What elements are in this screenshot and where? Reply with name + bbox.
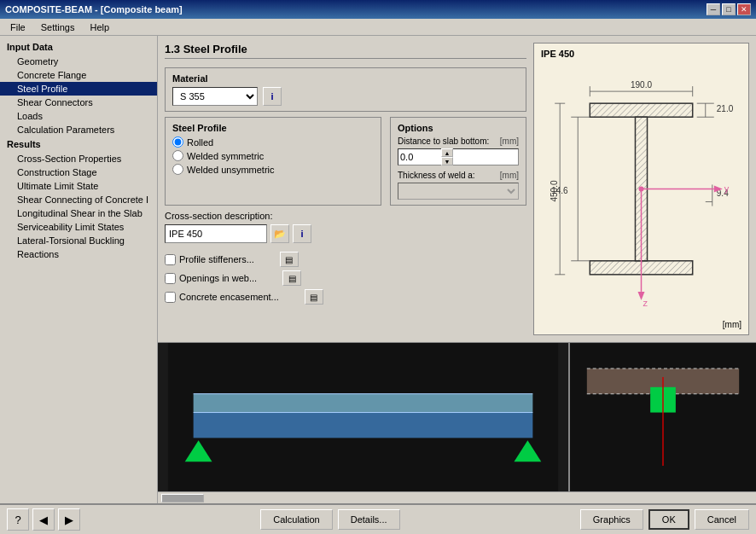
diagram-area: IPE 450 [mm]	[533, 43, 749, 335]
welded-unsym-radio-row: Welded unsymmetric	[172, 164, 374, 175]
input-data-section: Input Data	[0, 39, 157, 55]
cs-browse-button[interactable]: 📂	[270, 224, 289, 243]
welded-sym-label: Welded symmetric	[187, 151, 264, 161]
form-columns: Steel Profile Rolled Welded symmetric	[165, 117, 526, 206]
cross-view	[568, 343, 756, 491]
svg-text:21.0: 21.0	[717, 104, 734, 113]
distance-input[interactable]	[398, 152, 441, 162]
sidebar-item-cross-section[interactable]: Cross-Section Properties	[0, 152, 157, 165]
sidebar-item-loads[interactable]: Loads	[0, 109, 157, 123]
window-controls: ─ □ ✕	[707, 3, 751, 15]
ipe-diagram: 190.0 21.0 14.6	[534, 61, 748, 317]
right-panel: 1.3 Steel Profile Material S 355 i	[158, 36, 756, 503]
footer: ? ◀ ▶ Calculation Details... Graphics OK…	[0, 503, 756, 534]
material-select[interactable]: S 355	[172, 87, 258, 106]
sidebar-item-shear-connecting[interactable]: Shear Connecting of Concrete I	[0, 193, 157, 206]
forward-icon-button[interactable]: ▶	[58, 508, 80, 531]
concrete-encasement-btn[interactable]: ▤	[305, 289, 323, 305]
main-container: Input Data Geometry Concrete Flange Stee…	[0, 36, 756, 534]
distance-field: Distance to slab bottom: [mm] ▲ ▼	[398, 136, 519, 165]
sidebar-item-ultimate[interactable]: Ultimate Limit State	[0, 179, 157, 193]
sidebar-item-lateral[interactable]: Lateral-Torsional Buckling	[0, 234, 157, 247]
cs-info-button[interactable]: i	[293, 224, 311, 243]
form-area: 1.3 Steel Profile Material S 355 i	[158, 36, 533, 342]
thickness-field: Thickness of weld a: [mm]	[398, 171, 519, 200]
cs-description-input[interactable]	[165, 224, 267, 243]
maximize-button[interactable]: □	[722, 3, 736, 15]
distance-spin: ▲ ▼	[398, 148, 519, 165]
welded-sym-radio[interactable]	[172, 150, 183, 161]
top-panel: 1.3 Steel Profile Material S 355 i	[158, 36, 756, 342]
close-button[interactable]: ✕	[737, 3, 751, 15]
sidebar-item-geometry[interactable]: Geometry	[0, 55, 157, 68]
openings-label: Openings in web...	[179, 273, 257, 283]
sidebar-item-shear-connectors[interactable]: Shear Connectors	[0, 96, 157, 109]
options-box-title: Options	[398, 123, 519, 133]
profile-stiffeners-checkbox[interactable]	[165, 254, 176, 265]
svg-text:y: y	[724, 183, 730, 194]
menu-help[interactable]: Help	[83, 20, 116, 34]
rolled-label: Rolled	[187, 137, 213, 148]
scrollbar-thumb[interactable]	[161, 494, 204, 502]
diagram-title: IPE 450	[541, 49, 574, 59]
cancel-button[interactable]: Cancel	[695, 509, 749, 530]
calculation-button[interactable]: Calculation	[260, 509, 332, 530]
distance-unit: [mm]	[500, 136, 519, 146]
material-info-button[interactable]: i	[263, 87, 282, 106]
material-label: Material	[172, 73, 519, 84]
title-bar: COMPOSITE-BEAM - [Composite beam] ─ □ ✕	[0, 0, 756, 19]
openings-row: Openings in web... ▤	[165, 270, 526, 286]
cs-description-row: 📂 i	[165, 224, 526, 243]
footer-right: Graphics OK Cancel	[580, 509, 749, 530]
sidebar-item-calc-params[interactable]: Calculation Parameters	[0, 123, 157, 136]
sidebar-item-longitudinal[interactable]: Longitudinal Shear in the Slab	[0, 206, 157, 220]
distance-down-button[interactable]: ▼	[441, 157, 453, 165]
results-section: Results	[0, 136, 157, 152]
profile-stiffeners-label: Profile stiffeners...	[179, 254, 254, 264]
cs-description-section: Cross-section description: 📂 i	[165, 211, 526, 243]
help-icon-button[interactable]: ?	[7, 508, 29, 531]
menu-settings[interactable]: Settings	[34, 20, 82, 34]
window-title: COMPOSITE-BEAM - [Composite beam]	[5, 4, 183, 15]
openings-left: Openings in web...	[165, 273, 257, 284]
concrete-encasement-label: Concrete encasement...	[179, 292, 279, 302]
thickness-select	[398, 183, 519, 200]
rolled-radio[interactable]	[172, 136, 183, 148]
checkbox-section: Profile stiffeners... ▤ Openings in web.…	[165, 252, 526, 305]
cross-section-svg	[570, 343, 756, 491]
footer-center: Calculation Details...	[85, 509, 575, 530]
ok-button[interactable]: OK	[648, 509, 689, 530]
sidebar-item-construction[interactable]: Construction Stage	[0, 165, 157, 179]
back-icon-button[interactable]: ◀	[32, 508, 55, 531]
mm-label: [mm]	[723, 320, 741, 329]
sidebar-item-serviceability[interactable]: Serviceability Limit States	[0, 220, 157, 234]
footer-left: ? ◀ ▶	[7, 508, 80, 531]
svg-rect-33	[194, 413, 533, 438]
sidebar-item-reactions[interactable]: Reactions	[0, 247, 157, 261]
openings-btn[interactable]: ▤	[282, 270, 301, 286]
rolled-radio-row: Rolled	[172, 136, 374, 148]
cs-description-label: Cross-section description:	[165, 211, 526, 221]
bottom-panels	[158, 342, 756, 491]
sidebar-item-concrete-flange[interactable]: Concrete Flange	[0, 68, 157, 82]
profile-stiffeners-row: Profile stiffeners... ▤	[165, 252, 526, 267]
beam-elevation-svg	[158, 343, 568, 491]
scrollbar[interactable]	[158, 491, 756, 503]
profile-stiffeners-left: Profile stiffeners...	[165, 254, 254, 265]
content-area: Input Data Geometry Concrete Flange Stee…	[0, 36, 756, 503]
svg-rect-1	[590, 103, 692, 117]
minimize-button[interactable]: ─	[707, 3, 720, 15]
panel-title: 1.3 Steel Profile	[165, 43, 526, 59]
profile-stiffeners-btn[interactable]: ▤	[280, 252, 299, 267]
welded-unsym-radio[interactable]	[172, 164, 183, 175]
concrete-encasement-checkbox[interactable]	[165, 292, 176, 303]
details-button[interactable]: Details...	[338, 509, 400, 530]
menu-file[interactable]: File	[3, 20, 32, 34]
svg-text:190.0: 190.0	[631, 80, 652, 90]
sidebar-item-steel-profile[interactable]: Steel Profile	[0, 82, 157, 96]
openings-checkbox[interactable]	[165, 273, 176, 284]
thickness-label: Thickness of weld a:	[398, 171, 475, 180]
distance-up-button[interactable]: ▲	[441, 148, 453, 157]
svg-point-30	[638, 186, 643, 191]
graphics-button[interactable]: Graphics	[580, 509, 643, 530]
